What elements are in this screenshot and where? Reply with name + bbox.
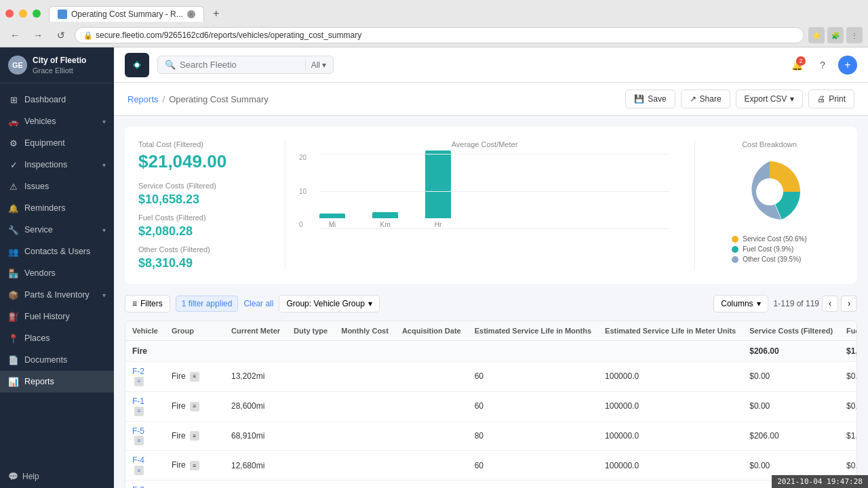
cell-months: 60 [468, 481, 598, 488]
cell-months: 60 [468, 391, 598, 421]
prev-page-btn[interactable]: ‹ [822, 296, 838, 312]
search-bar: 🔍 All ▾ [157, 56, 334, 74]
legend-service: Service Cost (50.6%) [732, 235, 806, 243]
filters-button[interactable]: ≡ Filters [125, 295, 170, 312]
reminders-icon: 🔔 [8, 203, 19, 214]
forward-btn[interactable]: → [28, 26, 47, 45]
cell-monthly [334, 391, 395, 421]
col-acquisition-date: Acquisition Date [395, 321, 468, 341]
share-button[interactable]: ↗ Share [681, 89, 730, 108]
sidebar-label-contacts: Contacts & Users [24, 247, 90, 256]
help-icon-btn[interactable]: ? [812, 55, 833, 75]
cell-fuel: $0.00 [840, 391, 857, 421]
columns-button[interactable]: Columns ▾ [713, 295, 768, 312]
service-icon: 🔧 [8, 224, 19, 235]
export-chevron-icon: ▾ [790, 94, 794, 104]
search-all-label: All [311, 60, 320, 70]
reload-btn[interactable]: ↺ [52, 26, 71, 45]
cell-duty [287, 421, 334, 451]
group-chevron-icon: ▾ [368, 299, 372, 308]
app-logo [125, 53, 149, 77]
help-label: Help [22, 472, 39, 481]
bar-mi-label: Mi [329, 221, 336, 228]
bar-km-wrap: Km [372, 212, 398, 228]
sidebar-item-places[interactable]: 📍 Places [0, 327, 114, 349]
group-icon: ≡ [190, 461, 199, 470]
sidebar-item-contacts[interactable]: 👥 Contacts & Users [0, 241, 114, 262]
ssl-lock-icon: 🔒 [83, 31, 93, 40]
user-name: Grace Elliott [33, 66, 86, 75]
more-btn[interactable]: ⋮ [846, 27, 863, 43]
contacts-icon: 👥 [8, 246, 19, 257]
url-text: secure.fleetio.com/9265162cd6/reports/ve… [96, 30, 361, 40]
sidebar-label-parts: Parts & Inventory [24, 290, 90, 300]
total-cost-value: $21,049.00 [138, 151, 274, 172]
sidebar-item-parts[interactable]: 📦 Parts & Inventory ▾ [0, 284, 114, 306]
vehicle-f5-link[interactable]: F-5 ≡ [132, 426, 144, 445]
print-button[interactable]: 🖨 Print [808, 89, 854, 108]
search-all-dropdown[interactable]: All ▾ [305, 60, 326, 70]
sidebar-item-issues[interactable]: ⚠ Issues [0, 176, 114, 197]
sidebar-item-vehicles[interactable]: 🚗 Vehicles ▾ [0, 110, 114, 132]
group-dropdown[interactable]: Group: Vehicle Group ▾ [279, 295, 379, 312]
pie-legend: Service Cost (50.6%) Fuel Cost (9.9%) Ot… [732, 235, 806, 263]
col-service-costs: Service Costs (Filtered) [743, 321, 840, 341]
sidebar-item-documents[interactable]: 📄 Documents [0, 349, 114, 371]
cell-meter: 13,202mi [224, 362, 287, 392]
parts-icon: 📦 [8, 289, 19, 300]
cell-meter-units: 100000.0 [598, 421, 743, 451]
other-cost-value: $8,310.49 [138, 256, 274, 270]
share-icon: ↗ [690, 94, 696, 104]
filter-icon: ≡ [132, 299, 137, 308]
search-input[interactable] [180, 60, 301, 70]
sidebar-item-vendors[interactable]: 🏪 Vendors [0, 262, 114, 284]
sidebar-label-places: Places [24, 333, 50, 343]
clear-all-link[interactable]: Clear all [243, 299, 273, 308]
bookmark-btn[interactable]: ⭐ [808, 27, 825, 43]
save-button[interactable]: 💾 Save [625, 89, 675, 108]
extensions-btn[interactable]: 🧩 [827, 27, 844, 43]
cell-service: $0.00 [743, 362, 840, 392]
export-csv-button[interactable]: Export CSV ▾ [736, 89, 804, 108]
cell-months: 60 [468, 451, 598, 481]
vehicle-f2-link[interactable]: F-2 ≡ [132, 367, 144, 386]
vehicle-f1-link[interactable]: F-1 ≡ [132, 396, 144, 415]
next-page-btn[interactable]: › [841, 296, 857, 312]
service-cost-label: Service Costs (Filtered) [138, 182, 274, 190]
vendors-icon: 🏪 [8, 268, 19, 279]
back-btn[interactable]: ← [5, 26, 24, 45]
help-button[interactable]: 💬 Help [0, 465, 114, 488]
vehicle-f3-link[interactable]: F-3 ≡ [132, 485, 144, 488]
cell-meter: 12,680mi [224, 451, 287, 481]
url-bar[interactable]: 🔒 secure.fleetio.com/9265162cd6/reports/… [75, 27, 804, 43]
org-name[interactable]: City of Fleetio [33, 56, 86, 65]
fire-fuel: $1,282.50 [840, 341, 857, 362]
breadcrumb-reports-link[interactable]: Reports [127, 94, 159, 104]
new-tab-btn[interactable]: + [207, 4, 226, 23]
sidebar-item-inspections[interactable]: ✓ Inspections ▾ [0, 154, 114, 176]
sidebar-item-reports[interactable]: 📊 Reports [0, 371, 114, 392]
sidebar-item-dashboard[interactable]: ⊞ Dashboard [0, 89, 114, 110]
parts-chevron-icon: ▾ [102, 291, 106, 299]
sidebar-item-fuel[interactable]: ⛽ Fuel History [0, 306, 114, 327]
vehicle-icon: ≡ [134, 466, 144, 475]
vehicle-f4-link[interactable]: F-4 ≡ [132, 455, 144, 474]
breadcrumb: Reports / Operating Cost Summary [127, 94, 269, 104]
sidebar-item-equipment[interactable]: ⚙ Equipment [0, 132, 114, 154]
svg-point-2 [756, 178, 783, 205]
sidebar-item-reminders[interactable]: 🔔 Reminders [0, 197, 114, 219]
pie-chart-area: Cost Breakdown [694, 140, 844, 270]
legend-fuel: Fuel Cost (9.9%) [732, 245, 806, 253]
cell-meter: 68,910mi [224, 421, 287, 451]
page-header: Reports / Operating Cost Summary 💾 Save … [114, 83, 868, 116]
places-icon: 📍 [8, 333, 19, 344]
add-new-btn[interactable]: + [838, 56, 857, 75]
stats-charts-panel: Total Cost (Filtered) $21,049.00 Service… [125, 127, 857, 284]
notification-badge: 2 [796, 56, 806, 66]
notifications-btn[interactable]: 🔔 2 [787, 55, 807, 75]
sidebar-item-service[interactable]: 🔧 Service ▾ [0, 219, 114, 241]
app-container: GE City of Fleetio Grace Elliott ⊞ Dashb… [0, 47, 868, 488]
active-tab[interactable]: Operating Cost Summary - R... × [49, 6, 204, 22]
tab-close-btn[interactable]: × [187, 10, 195, 18]
group-icon: ≡ [190, 402, 199, 411]
